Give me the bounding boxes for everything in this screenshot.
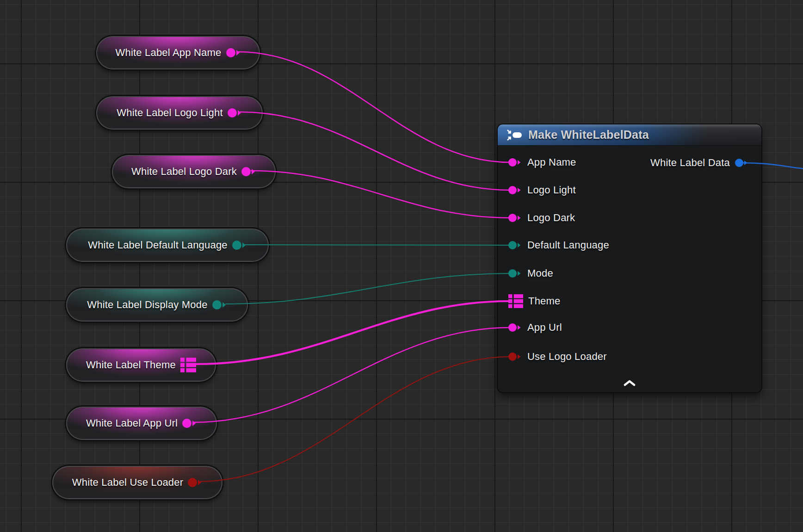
wire-use-loader[interactable] (199, 357, 511, 482)
variable-node-label: White Label Theme (86, 359, 176, 371)
pin-row-logo-dark[interactable]: Logo Dark (498, 210, 575, 226)
circle-pin-icon[interactable] (226, 47, 241, 58)
circle-pin-icon[interactable] (228, 107, 242, 118)
circle-pin-icon[interactable] (508, 240, 522, 250)
circle-pin-icon[interactable] (508, 268, 522, 278)
circle-pin-icon[interactable] (735, 158, 749, 168)
variable-node-white-label-logo-light[interactable]: White Label Logo Light (96, 96, 263, 130)
circle-pin-icon[interactable] (241, 166, 256, 177)
circle-pin-icon[interactable] (508, 322, 522, 333)
node-title: Make WhiteLabelData (528, 128, 649, 142)
circle-pin-icon[interactable] (182, 418, 197, 429)
wire-logo-dark[interactable] (251, 171, 511, 218)
make-whitelabeldata-node[interactable]: Make WhiteLabelData App Name Logo Light … (498, 124, 761, 392)
circle-pin-icon[interactable] (508, 157, 522, 167)
pin-row-app-name[interactable]: App Name (498, 155, 576, 170)
wire-app-url[interactable] (193, 328, 511, 422)
struct-pin-icon[interactable] (508, 294, 523, 309)
variable-node-label: White Label App Name (115, 47, 221, 59)
circle-pin-icon[interactable] (188, 477, 203, 488)
variable-node-white-label-use-loader[interactable]: White Label Use Loader (52, 466, 222, 499)
variable-node-white-label-default-language[interactable]: White Label Default Language (66, 229, 269, 262)
collapse-node-button[interactable] (619, 377, 640, 389)
variable-node-label: White Label Logo Light (117, 107, 222, 119)
circle-pin-icon[interactable] (508, 213, 522, 223)
wire-default-language[interactable] (245, 245, 511, 245)
variable-node-white-label-theme[interactable]: White Label Theme (66, 348, 216, 382)
variable-node-label: White Label Use Loader (72, 476, 183, 489)
circle-pin-icon[interactable] (508, 352, 522, 362)
variable-node-white-label-app-name[interactable]: White Label App Name (96, 36, 260, 69)
chevron-up-icon (624, 380, 636, 386)
variable-node-white-label-logo-dark[interactable]: White Label Logo Dark (112, 155, 276, 188)
graph-canvas[interactable]: White Label App Name White Label Logo Li… (0, 0, 803, 532)
variable-node-white-label-app-url[interactable]: White Label App Url (66, 407, 217, 440)
make-struct-icon (506, 129, 523, 142)
variable-node-white-label-display-mode[interactable]: White Label Display Mode (66, 288, 248, 322)
variable-node-label: White Label Logo Dark (131, 166, 237, 178)
circle-pin-icon[interactable] (232, 240, 247, 251)
pin-row-logo-light[interactable]: Logo Light (498, 182, 576, 198)
wire-app-name[interactable] (238, 52, 511, 162)
node-header[interactable]: Make WhiteLabelData (498, 124, 761, 146)
circle-pin-icon[interactable] (212, 299, 227, 310)
wire-display-mode[interactable] (226, 273, 511, 304)
variable-node-label: White Label App Url (86, 417, 178, 429)
variable-node-label: White Label Default Language (88, 239, 228, 251)
pin-row-use-logo-loader[interactable]: Use Logo Loader (498, 349, 607, 365)
circle-pin-icon[interactable] (508, 185, 522, 195)
struct-pin-icon[interactable] (180, 357, 196, 373)
pin-row-default-language[interactable]: Default Language (498, 237, 609, 253)
wire-logo-light[interactable] (240, 112, 511, 190)
pin-row-white-label-data[interactable]: White Label Data (650, 155, 761, 171)
variable-node-label: White Label Display Mode (87, 299, 207, 311)
